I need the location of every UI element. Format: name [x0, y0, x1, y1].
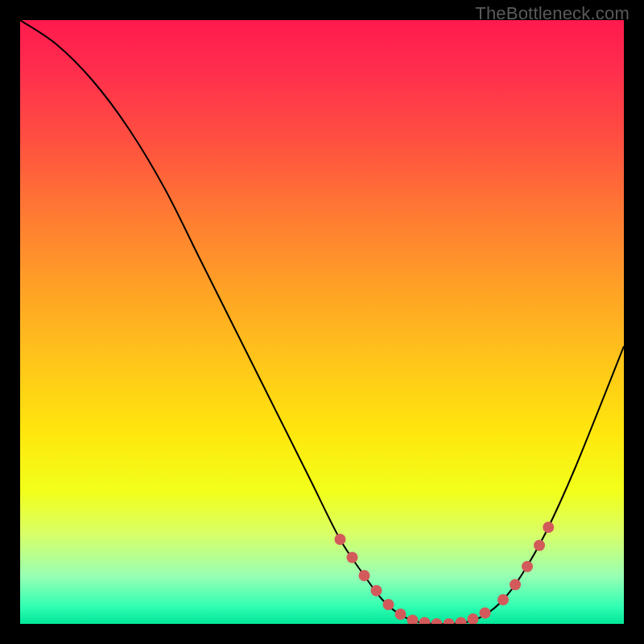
highlight-dot: [522, 561, 533, 572]
highlight-dot: [335, 534, 346, 545]
highlight-dot: [431, 618, 443, 624]
highlight-dot: [444, 618, 455, 624]
watermark-text: TheBottleneck.com: [475, 3, 630, 24]
highlight-dot: [347, 552, 358, 564]
highlight-dot: [480, 608, 491, 619]
highlight-dot: [510, 579, 521, 590]
highlight-dot: [497, 594, 509, 605]
highlight-dot: [359, 570, 370, 581]
highlight-dot: [407, 615, 419, 625]
highlight-dot: [371, 585, 382, 597]
highlight-dots: [335, 522, 555, 624]
highlight-dot: [383, 599, 394, 610]
highlight-dot: [543, 522, 554, 533]
highlight-dot: [419, 617, 431, 625]
highlight-dot: [534, 540, 545, 551]
highlight-dot: [456, 617, 467, 625]
highlight-dot: [395, 609, 407, 620]
highlight-dot: [468, 613, 479, 624]
chart-svg: [20, 20, 624, 624]
chart-area: [20, 20, 624, 624]
bottleneck-curve: [20, 20, 624, 624]
